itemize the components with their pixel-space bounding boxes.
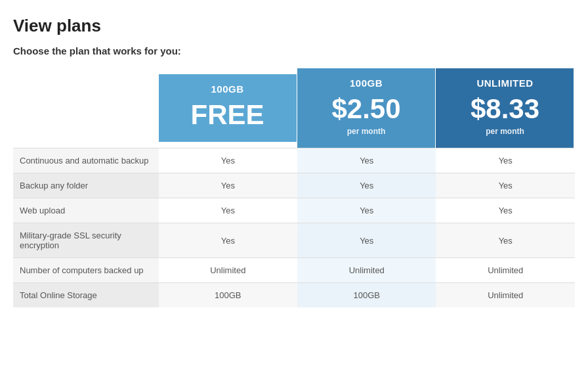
- feature-value: Unlimited: [159, 258, 297, 283]
- plan-header-free: 100GB FREE: [159, 68, 297, 148]
- feature-value: Unlimited: [436, 283, 575, 308]
- feature-value: Yes: [436, 173, 575, 198]
- feature-value: Yes: [159, 148, 297, 173]
- feature-value: Yes: [297, 198, 436, 223]
- page-subtitle: Choose the plan that works for you:: [13, 45, 575, 56]
- feature-value: Yes: [436, 148, 575, 173]
- feature-value: Yes: [297, 173, 436, 198]
- plan-header-mid: 100GB $2.50 per month: [297, 68, 436, 148]
- feature-value: 100GB: [159, 283, 297, 308]
- feature-value: Yes: [297, 223, 436, 258]
- plan-unlimited-price: $8.33: [442, 94, 567, 124]
- plan-header-unlimited: UNLIMITED $8.33 per month: [436, 68, 575, 148]
- page-title: View plans: [13, 16, 575, 36]
- plan-free-price: FREE: [165, 100, 290, 130]
- feature-row: Backup any folderYesYesYes: [13, 173, 575, 198]
- feature-value: Yes: [159, 198, 297, 223]
- feature-label: Number of computers backed up: [13, 258, 159, 283]
- feature-row: Web uploadYesYesYes: [13, 198, 575, 223]
- plan-mid-price: $2.50: [304, 94, 429, 124]
- feature-label: Web upload: [13, 198, 159, 223]
- feature-label: Military-grade SSL security encryption: [13, 223, 159, 258]
- feature-value: Unlimited: [297, 258, 436, 283]
- feature-value: 100GB: [297, 283, 436, 308]
- plan-mid-storage: 100GB: [304, 78, 429, 89]
- feature-label: Backup any folder: [13, 173, 159, 198]
- feature-value: Yes: [297, 148, 436, 173]
- feature-row: Total Online Storage100GB100GBUnlimited: [13, 283, 575, 308]
- feature-row: Military-grade SSL security encryptionYe…: [13, 223, 575, 258]
- feature-label: Continuous and automatic backup: [13, 148, 159, 173]
- feature-row: Continuous and automatic backupYesYesYes: [13, 148, 575, 173]
- feature-label: Total Online Storage: [13, 283, 159, 308]
- plans-table: 100GB FREE 100GB $2.50 per month UNLIMIT…: [13, 68, 575, 307]
- plan-mid-price-sub: per month: [304, 127, 429, 136]
- feature-row: Number of computers backed upUnlimitedUn…: [13, 258, 575, 283]
- plan-free-storage: 100GB: [165, 83, 290, 95]
- plan-unlimited-storage: UNLIMITED: [442, 78, 567, 89]
- feature-value: Yes: [159, 173, 297, 198]
- feature-value: Yes: [436, 223, 575, 258]
- plan-unlimited-price-sub: per month: [442, 127, 567, 136]
- feature-value: Unlimited: [436, 258, 575, 283]
- feature-value: Yes: [159, 223, 297, 258]
- feature-value: Yes: [436, 198, 575, 223]
